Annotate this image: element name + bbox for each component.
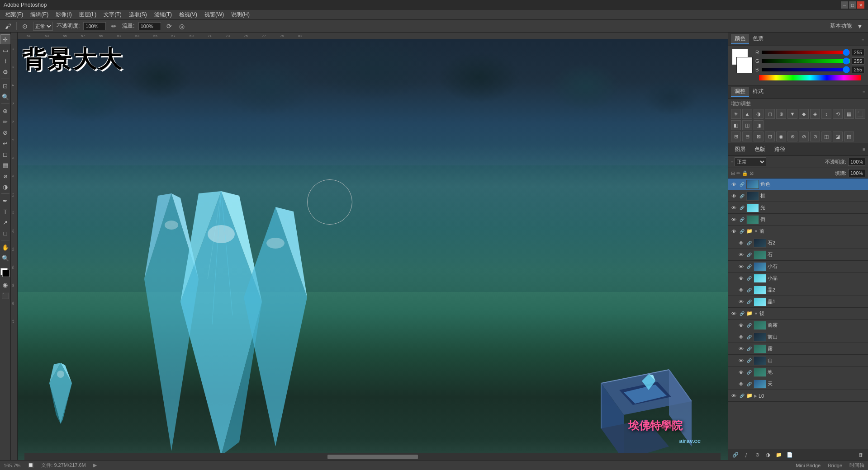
lock-artboard-icon[interactable]: ⊠ [749,170,754,176]
quick-mask[interactable]: ◉ [0,280,10,290]
rainbow-bar[interactable] [759,75,861,80]
mini-bridge-tab[interactable]: Mini Bridge [796,463,821,468]
adj-levels[interactable]: ▲ [742,109,752,119]
menu-edit[interactable]: 编辑(E) [27,10,52,19]
layer-folder-back[interactable]: 👁 🔗 📁 ▼ 後 [728,308,868,320]
tool-path[interactable]: ↗ [0,217,10,227]
folder-arrow[interactable]: ▼ [754,311,758,316]
b-value[interactable] [852,66,864,73]
brush-size-icon[interactable]: ⊙ [20,22,29,31]
tool-eraser[interactable]: ◻ [0,149,10,159]
menu-help[interactable]: 说明(H) [228,10,253,19]
layer-link[interactable]: 🔗 [746,322,752,329]
tab-color[interactable]: 颜色 [731,34,749,44]
adj-r2-8[interactable]: ⊙ [810,132,820,141]
layer-front-mountain[interactable]: 👁 🔗 前山 [728,331,868,343]
adj-r2-7[interactable]: ⊘ [799,132,809,141]
menu-image[interactable]: 影像(I) [52,10,75,19]
r-value[interactable] [852,49,864,56]
tab-paths[interactable]: 路径 [771,145,789,154]
panel-options-icon[interactable]: ≡ [862,38,865,41]
adj-r2-9[interactable]: ◫ [821,132,831,141]
tool-gradient[interactable]: ▦ [0,160,10,170]
timeline-tab[interactable]: 时间轴 [849,462,864,469]
layer-mountain[interactable]: 👁 🔗 山 [728,355,868,367]
add-style-icon[interactable]: ƒ [742,451,751,459]
adj-gradmap[interactable]: ◨ [754,120,764,130]
layer-eye[interactable]: 👁 [730,193,737,200]
lock-pixels-icon[interactable]: ✏ [736,170,740,176]
layer-eye[interactable]: 👁 [737,298,745,306]
menu-window[interactable]: 视窗(W) [201,10,228,19]
tab-channels[interactable]: 色版 [751,145,769,154]
layer-eye[interactable]: 👁 [737,369,745,376]
menu-view[interactable]: 检视(V) [175,10,201,19]
adj-r2-4[interactable]: ⊡ [765,132,775,141]
layer-link[interactable]: 🔗 [746,240,752,246]
layer-fill-input[interactable] [848,169,865,177]
flow-input[interactable] [138,22,161,30]
layers-menu-icon[interactable]: ≡ [863,147,865,152]
layer-eye[interactable]: 👁 [737,334,745,341]
screen-mode[interactable]: ⬛ [0,291,10,301]
menu-text[interactable]: 文字(T) [100,10,125,19]
layer-link[interactable]: 🔗 [746,369,752,376]
tool-dodge[interactable]: ◑ [0,182,10,192]
layer-link[interactable]: 🔗 [746,252,752,258]
minimize-button[interactable]: ─ [841,1,848,9]
b-slider[interactable] [762,68,850,71]
adj-r2-5[interactable]: ◉ [776,132,786,141]
layer-ground[interactable]: 👁 🔗 地 [728,367,868,378]
tool-marquee[interactable]: ▭ [0,45,10,55]
adj-exposure[interactable]: ◻ [765,109,775,119]
layer-opacity-input[interactable] [848,158,865,166]
adj-posterize[interactable]: ◧ [731,120,741,130]
add-adjustment-icon[interactable]: ◑ [764,451,773,459]
layer-eye[interactable]: 👁 [737,263,745,270]
layer-eye[interactable]: 👁 [737,381,745,388]
lock-position-icon[interactable]: ⊞ [731,170,735,176]
layer-small-crystal[interactable]: 👁 🔗 小晶 [728,273,868,284]
tool-shape[interactable]: □ [0,228,10,238]
layer-eye[interactable]: 👁 [737,287,745,294]
delete-layer-icon[interactable]: 🗑 [856,451,865,459]
layer-link[interactable]: 🔗 [746,275,752,282]
adj-invert[interactable]: ⬛ [855,109,865,119]
foreground-color[interactable] [0,268,10,278]
layer-crystal2[interactable]: 👁 🔗 晶2 [728,284,868,296]
adj-colorlookup[interactable]: ▦ [844,109,854,119]
adj-r2-3[interactable]: ⊠ [754,132,764,141]
layer-eye[interactable]: 👁 [730,204,737,212]
layer-link[interactable]: 🔗 [746,357,752,364]
layer-eye[interactable]: 👁 [730,392,737,400]
tab-layers[interactable]: 图层 [731,145,749,154]
layer-link[interactable]: 🔗 [739,228,745,235]
layer-juse[interactable]: 👁 🔗 角色 [728,179,868,190]
tool-zoom[interactable]: 🔍 [0,253,10,263]
adj-channelmixer[interactable]: ⟲ [833,109,843,119]
blend-mode-select[interactable]: 正常 [735,157,766,166]
maximize-button[interactable]: □ [849,1,856,9]
adj-r2-11[interactable]: ▤ [844,132,854,141]
adj-r2-2[interactable]: ⊟ [742,132,752,141]
extra-icon[interactable]: ◎ [177,22,186,31]
adj-hsl[interactable]: ▼ [787,109,797,119]
play-icon[interactable]: ▶ [93,462,97,468]
tool-heal[interactable]: ⊕ [0,106,10,116]
tool-lasso[interactable]: ⌇ [0,56,10,66]
layer-eye[interactable]: 👁 [730,228,737,235]
workspace-icon[interactable]: ▼ [855,22,864,31]
adj-r2-10[interactable]: ◪ [833,132,843,141]
layer-link[interactable]: 🔗 [746,346,752,352]
layer-eye[interactable]: 👁 [737,357,745,364]
adj-photofilter[interactable]: ↕ [821,109,831,119]
layer-front-fog[interactable]: 👁 🔗 前霧 [728,320,868,331]
layer-link[interactable]: 🔗 [739,193,745,199]
layer-link[interactable]: 🔗 [739,181,745,188]
tool-pen[interactable]: ✒ [0,196,10,206]
layer-folder-l0[interactable]: 👁 🔗 📁 ▶ L0 [728,390,868,402]
tool-text[interactable]: T [0,207,10,216]
layer-link[interactable]: 🔗 [746,287,752,293]
tab-adjustments[interactable]: 调整 [731,87,749,97]
airbrush-icon[interactable]: ✏ [109,22,119,31]
